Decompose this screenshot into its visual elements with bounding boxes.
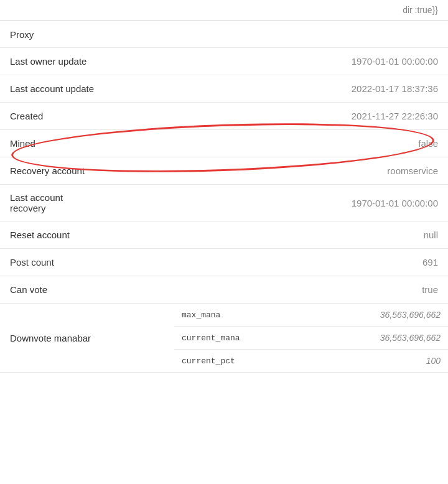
max-mana-key: max_mana xyxy=(174,304,309,327)
last-account-recovery-label: Last account recovery xyxy=(0,185,174,221)
last-owner-update-row: Last owner update1970-01-01 00:00:00 xyxy=(0,48,448,75)
partial-value: dir :true}} xyxy=(403,5,438,15)
downvote-manabar-row: Downvote manabar max_mana36,563,696,662c… xyxy=(0,304,448,373)
proxy-row: Proxy xyxy=(0,21,448,48)
mined-value: false xyxy=(174,130,448,157)
last-account-update-value: 2022-01-17 18:37:36 xyxy=(174,75,448,102)
mined-label: Mined xyxy=(0,130,174,157)
last-owner-update-label: Last owner update xyxy=(0,48,174,75)
last-account-update-label: Last account update xyxy=(0,75,174,102)
downvote-manabar-label: Downvote manabar xyxy=(0,304,174,372)
created-value: 2021-11-27 22:26:30 xyxy=(174,103,448,129)
can-vote-label: Can vote xyxy=(0,276,174,303)
mined-row: Minedfalse xyxy=(0,130,448,157)
current-pct-key: current_pct xyxy=(174,350,309,373)
recovery-account-value: roomservice xyxy=(174,157,448,184)
current-mana-value: 36,563,696,662 xyxy=(309,327,448,350)
last-account-update-row: Last account update2022-01-17 18:37:36 xyxy=(0,75,448,103)
proxy-label: Proxy xyxy=(0,21,174,47)
account-info-table: dir :true}} ProxyLast owner update1970-0… xyxy=(0,0,448,373)
post-count-label: Post count xyxy=(0,249,174,276)
recovery-account-row: Recovery accountroomservice xyxy=(0,157,448,185)
can-vote-value: true xyxy=(174,276,448,303)
current-pct-value: 100 xyxy=(309,350,448,373)
post-count-row: Post count691 xyxy=(0,249,448,276)
downvote-manabar-nested: max_mana36,563,696,662current_mana36,563… xyxy=(174,304,448,372)
current-mana-key: current_mana xyxy=(174,327,309,350)
last-account-recovery-row: Last account recovery1970-01-01 00:00:00 xyxy=(0,185,448,221)
reset-account-value: null xyxy=(174,221,448,248)
can-vote-row: Can votetrue xyxy=(0,276,448,304)
current-mana-row: current_mana36,563,696,662 xyxy=(174,327,448,350)
max-mana-row: max_mana36,563,696,662 xyxy=(174,304,448,327)
reset-account-label: Reset account xyxy=(0,221,174,248)
last-account-recovery-value: 1970-01-01 00:00:00 xyxy=(174,185,448,221)
partial-header-row: dir :true}} xyxy=(0,0,448,21)
post-count-value: 691 xyxy=(174,249,448,276)
recovery-account-label: Recovery account xyxy=(0,157,174,184)
current-pct-row: current_pct100 xyxy=(174,350,448,373)
proxy-value xyxy=(174,21,448,47)
last-owner-update-value: 1970-01-01 00:00:00 xyxy=(174,48,448,75)
max-mana-value: 36,563,696,662 xyxy=(309,304,448,327)
created-label: Created xyxy=(0,103,174,129)
created-row: Created2021-11-27 22:26:30 xyxy=(0,103,448,130)
reset-account-row: Reset accountnull xyxy=(0,221,448,249)
